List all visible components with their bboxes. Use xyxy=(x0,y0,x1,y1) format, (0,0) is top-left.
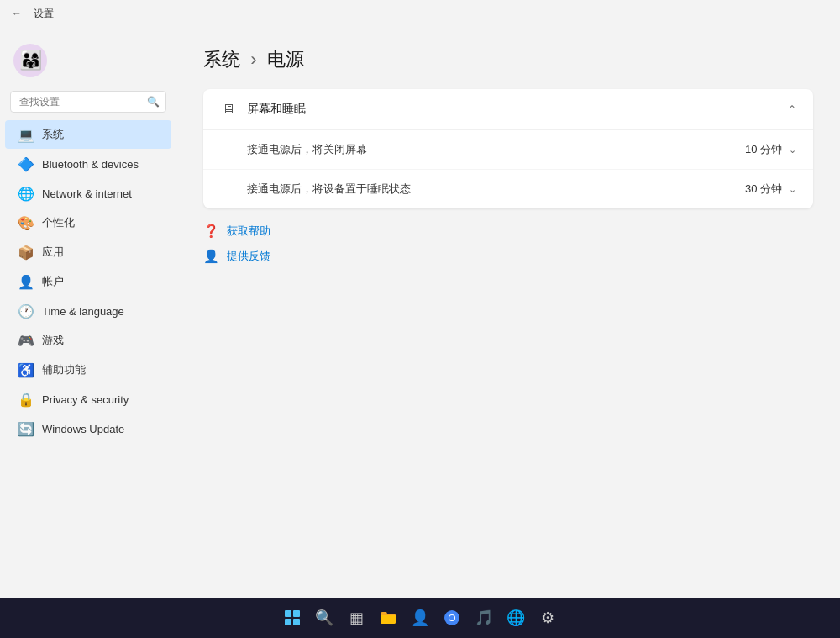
sidebar-icon-system: 💻 xyxy=(18,127,34,142)
back-button[interactable]: ← xyxy=(7,3,27,24)
sidebar-icon-accessibility: ♿ xyxy=(18,362,34,377)
windows-logo-icon xyxy=(285,610,300,625)
screen-icon: 🖥 xyxy=(220,101,237,118)
search-box[interactable]: 🔍 xyxy=(10,91,166,113)
title-bar: ← 设置 xyxy=(0,0,840,27)
avatar: 👨‍👩‍👧 xyxy=(13,44,47,77)
sidebar-item-personalization[interactable]: 🎨 个性化 xyxy=(5,208,171,237)
sidebar-item-apps[interactable]: 📦 应用 xyxy=(5,238,171,266)
help-link[interactable]: 👤 提供反馈 xyxy=(203,247,813,266)
task-view-button[interactable]: ▦ xyxy=(341,603,371,633)
breadcrumb-current: 电源 xyxy=(267,49,304,70)
chrome-browser-icon xyxy=(444,609,460,626)
app-container: 👨‍👩‍👧 🔍 💻 系统 🔷 Bluetooth & devices 🌐 Net… xyxy=(0,27,840,598)
taskbar-icons: 🔍 ▦ 👤 🎵 🌐 ⚙ xyxy=(277,603,563,633)
folder-icon xyxy=(380,610,396,625)
sidebar-label-bluetooth: Bluetooth & devices xyxy=(42,158,139,171)
sidebar-label-time: Time & language xyxy=(42,305,124,318)
taskbar-icon-4[interactable]: 👤 xyxy=(405,603,435,633)
help-link-label: 提供反馈 xyxy=(227,249,270,264)
sidebar-label-personalization: 个性化 xyxy=(42,215,75,230)
main-area: 系统 › 电源 🖥 屏幕和睡眠 ⌃ 接通电源后，将关闭屏幕 xyxy=(176,27,840,598)
setting-chevron-icon: ⌄ xyxy=(789,145,796,156)
sidebar-label-apps: 应用 xyxy=(42,245,64,260)
breadcrumb-separator: › xyxy=(250,49,261,70)
taskbar: 🔍 ▦ 👤 🎵 🌐 ⚙ xyxy=(0,598,840,638)
sidebar-icon-apps: 📦 xyxy=(18,245,34,260)
search-input[interactable] xyxy=(10,91,166,113)
sidebar-item-bluetooth[interactable]: 🔷 Bluetooth & devices xyxy=(5,150,171,178)
taskbar-icon-6[interactable]: 🎵 xyxy=(469,603,499,633)
sidebar-label-system: 系统 xyxy=(42,127,64,142)
card-chevron-icon: ⌃ xyxy=(788,103,796,115)
sidebar-item-accessibility[interactable]: ♿ 辅助功能 xyxy=(5,356,171,384)
sidebar-label-accounts: 帐户 xyxy=(42,274,64,289)
svg-point-2 xyxy=(449,615,454,620)
breadcrumb-root: 系统 xyxy=(203,49,240,70)
file-explorer-button[interactable] xyxy=(373,603,403,633)
sidebar-label-privacy: Privacy & security xyxy=(42,393,129,406)
sidebar-item-network[interactable]: 🌐 Network & internet xyxy=(5,179,171,208)
sidebar-icon-bluetooth: 🔷 xyxy=(18,156,34,171)
setting-chevron-icon-2: ⌄ xyxy=(789,184,796,195)
taskbar-icon-7[interactable]: 🌐 xyxy=(501,603,531,633)
help-links: ❓ 获取帮助 👤 提供反馈 xyxy=(203,222,813,266)
sidebar-icon-privacy: 🔒 xyxy=(18,392,34,407)
help-link[interactable]: ❓ 获取帮助 xyxy=(203,222,813,240)
page-header: 系统 › 电源 xyxy=(203,47,813,72)
main-content: 系统 › 电源 🖥 屏幕和睡眠 ⌃ 接通电源后，将关闭屏幕 xyxy=(176,27,840,286)
sidebar-label-gaming: 游戏 xyxy=(42,333,64,348)
setting-label-screen-off: 接通电源后，将关闭屏幕 xyxy=(247,142,367,157)
sidebar-item-time[interactable]: 🕐 Time & language xyxy=(5,297,171,325)
setting-row-screen-off: 接通电源后，将关闭屏幕 10 分钟 ⌄ ← xyxy=(203,130,813,170)
sidebar-nav: 💻 系统 🔷 Bluetooth & devices 🌐 Network & i… xyxy=(0,119,176,444)
card-header-screen-sleep[interactable]: 🖥 屏幕和睡眠 ⌃ xyxy=(203,89,813,130)
settings-taskbar-icon[interactable]: ⚙ xyxy=(533,603,563,633)
sidebar-item-system[interactable]: 💻 系统 xyxy=(5,120,171,149)
sidebar-item-windows-update[interactable]: 🔄 Windows Update xyxy=(5,414,171,443)
sidebar-label-network: Network & internet xyxy=(42,187,132,200)
power-settings-card: 🖥 屏幕和睡眠 ⌃ 接通电源后，将关闭屏幕 10 分钟 ⌄ ← xyxy=(203,89,813,208)
setting-row-sleep: 接通电源后，将设备置于睡眠状态 30 分钟 ⌄ xyxy=(203,170,813,208)
help-link-icon: ❓ xyxy=(203,224,218,239)
sidebar-label-accessibility: 辅助功能 xyxy=(42,362,86,377)
chrome-icon[interactable] xyxy=(437,603,467,633)
sidebar-icon-network: 🌐 xyxy=(18,186,34,201)
sidebar-icon-windows-update: 🔄 xyxy=(18,421,34,436)
setting-value-sleep[interactable]: 30 分钟 ⌄ xyxy=(745,182,796,197)
sidebar-icon-personalization: 🎨 xyxy=(18,215,34,230)
title-bar-label: 设置 xyxy=(34,7,54,21)
search-taskbar-button[interactable]: 🔍 xyxy=(309,603,339,633)
sidebar-icon-accounts: 👤 xyxy=(18,274,34,289)
sidebar-icon-time: 🕐 xyxy=(18,303,34,319)
sidebar-item-gaming[interactable]: 🎮 游戏 xyxy=(5,326,171,355)
help-link-label: 获取帮助 xyxy=(227,224,270,239)
setting-label-sleep: 接通电源后，将设备置于睡眠状态 xyxy=(247,182,411,197)
start-button[interactable] xyxy=(277,603,307,633)
card-header-label: 🖥 屏幕和睡眠 xyxy=(220,101,306,118)
sidebar: 👨‍👩‍👧 🔍 💻 系统 🔷 Bluetooth & devices 🌐 Net… xyxy=(0,27,176,598)
sidebar-icon-gaming: 🎮 xyxy=(18,333,34,348)
sidebar-item-accounts[interactable]: 👤 帐户 xyxy=(5,267,171,296)
search-icon: 🔍 xyxy=(147,96,160,108)
sidebar-item-privacy[interactable]: 🔒 Privacy & security xyxy=(5,385,171,414)
help-link-icon: 👤 xyxy=(203,249,218,264)
setting-value-screen-off[interactable]: 10 分钟 ⌄ xyxy=(745,142,796,157)
sidebar-label-windows-update: Windows Update xyxy=(42,423,124,435)
user-avatar-section: 👨‍👩‍👧 xyxy=(0,34,176,87)
